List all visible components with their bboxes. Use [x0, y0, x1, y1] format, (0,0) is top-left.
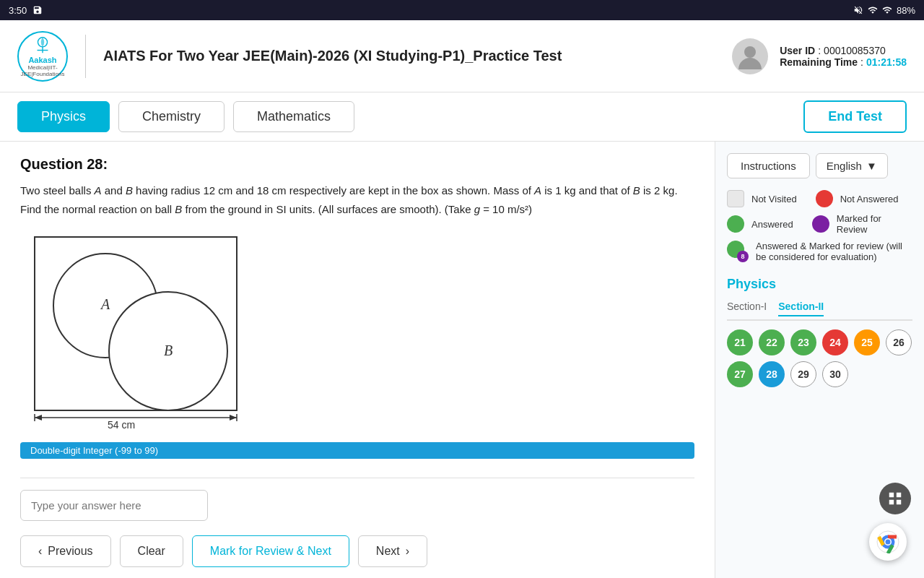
chevron-down-icon: ▼ — [866, 160, 877, 172]
sidebar-top-controls: Instructions English ▼ — [727, 153, 912, 178]
battery-level: 88% — [897, 5, 915, 16]
question-number-22[interactable]: 22 — [759, 329, 785, 355]
question-number-29[interactable]: 29 — [790, 361, 816, 387]
content-area: Question 28: Two steel balls A and B hav… — [0, 142, 715, 578]
status-time: 3:50 — [9, 5, 27, 16]
svg-text:A: A — [100, 296, 110, 312]
tab-chemistry[interactable]: Chemistry — [118, 101, 225, 132]
user-info: User ID : 00010085370 Remaining Time : 0… — [780, 45, 907, 68]
instructions-button[interactable]: Instructions — [727, 153, 810, 178]
remaining-time-value: 01:21:58 — [866, 56, 907, 68]
language-label: English — [827, 160, 862, 172]
question-number-grid: 21222324252627282930 — [727, 329, 912, 387]
question-number-25[interactable]: 25 — [854, 329, 880, 355]
answered-marked-label: Answered & Marked for review (will be co… — [756, 241, 912, 262]
logo-icon — [28, 35, 57, 56]
divider — [20, 478, 694, 478]
status-bar: 3:50 88% — [0, 0, 924, 20]
section-tab-i[interactable]: Section-I — [727, 301, 767, 316]
section-tab-ii[interactable]: Section-II — [778, 301, 824, 316]
wifi-icon — [882, 5, 892, 15]
chrome-icon — [876, 530, 899, 553]
answered-icon — [727, 215, 744, 233]
answered-marked-icon: 8 — [727, 241, 749, 262]
user-id-value: 00010085370 — [824, 45, 886, 56]
grid-fab[interactable] — [879, 483, 911, 514]
chrome-fab[interactable] — [869, 523, 907, 561]
sidebar-physics-title: Physics — [727, 277, 912, 292]
svg-point-3 — [744, 46, 756, 58]
header: Aakash Medical|IIT-JEE|Foundations AIATS… — [0, 20, 924, 92]
not-visited-icon — [727, 190, 744, 207]
bottom-buttons: ‹ Previous Clear Mark for Review & Next … — [20, 535, 694, 567]
main-layout: Question 28: Two steel balls A and B hav… — [0, 142, 924, 578]
legend-answered: Answered Marked for Review — [727, 213, 912, 235]
legend-answered-marked: 8 Answered & Marked for review (will be … — [727, 241, 912, 262]
signal-icon — [868, 5, 878, 15]
logo-brand: Aakash — [28, 56, 56, 64]
question-number-28[interactable]: 28 — [759, 361, 785, 387]
question-number-27[interactable]: 27 — [727, 361, 753, 387]
answered-label: Answered — [751, 219, 793, 230]
clear-button[interactable]: Clear — [120, 535, 183, 567]
not-answered-label: Not Answered — [840, 194, 899, 204]
remaining-time-label: Remaining Time — [780, 56, 858, 68]
question-number-23[interactable]: 23 — [790, 329, 816, 355]
logo-sub: Medical|IIT-JEE|Foundations — [21, 64, 65, 77]
marked-review-label: Marked for Review — [837, 213, 912, 235]
user-id-label: User ID — [780, 45, 815, 56]
not-visited-label: Not Visited — [751, 194, 797, 204]
question-number-24[interactable]: 24 — [822, 329, 848, 355]
answer-input[interactable] — [20, 490, 208, 521]
avatar — [732, 38, 768, 74]
tab-physics[interactable]: Physics — [17, 101, 110, 132]
chevron-left-icon: ‹ — [38, 545, 42, 558]
grid-icon — [887, 491, 903, 506]
section-tabs: Section-I Section-II — [727, 301, 912, 321]
exam-title: AIATS For Two Year JEE(Main)-2026 (XI St… — [103, 48, 562, 64]
mark-review-button[interactable]: Mark for Review & Next — [192, 535, 349, 567]
marked-review-icon — [812, 215, 829, 233]
mute-icon — [853, 5, 863, 15]
diagram: A B 54 cm — [20, 230, 694, 432]
language-selector[interactable]: English ▼ — [816, 153, 888, 178]
next-button[interactable]: Next › — [358, 535, 427, 567]
question-badge: Double-digit Integer (-99 to 99) — [20, 442, 694, 459]
svg-marker-13 — [230, 415, 237, 420]
legend-not-visited: Not Visited Not Answered — [727, 190, 912, 207]
avatar-icon — [738, 43, 762, 69]
legend: Not Visited Not Answered Answered Marked… — [727, 187, 912, 265]
question-text: Two steel balls A and B having radius 12… — [20, 181, 694, 218]
logo: Aakash Medical|IIT-JEE|Foundations — [17, 31, 68, 82]
not-answered-icon — [816, 190, 833, 207]
chevron-right-icon: › — [406, 545, 409, 558]
svg-text:B: B — [164, 342, 173, 358]
question-diagram: A B 54 cm — [20, 230, 251, 432]
svg-marker-12 — [35, 415, 42, 420]
save-icon — [32, 5, 43, 15]
question-number-21[interactable]: 21 — [727, 329, 753, 355]
question-number-26[interactable]: 26 — [886, 329, 912, 355]
question-number-30[interactable]: 30 — [822, 361, 848, 387]
previous-button[interactable]: ‹ Previous — [20, 535, 111, 567]
subject-tabs: Physics Chemistry Mathematics End Test — [0, 92, 924, 142]
svg-text:54 cm: 54 cm — [108, 419, 135, 431]
tab-mathematics[interactable]: Mathematics — [233, 101, 354, 132]
header-divider — [85, 35, 86, 78]
end-test-button[interactable]: End Test — [803, 100, 907, 133]
svg-point-18 — [886, 540, 891, 545]
question-title: Question 28: — [20, 156, 694, 173]
